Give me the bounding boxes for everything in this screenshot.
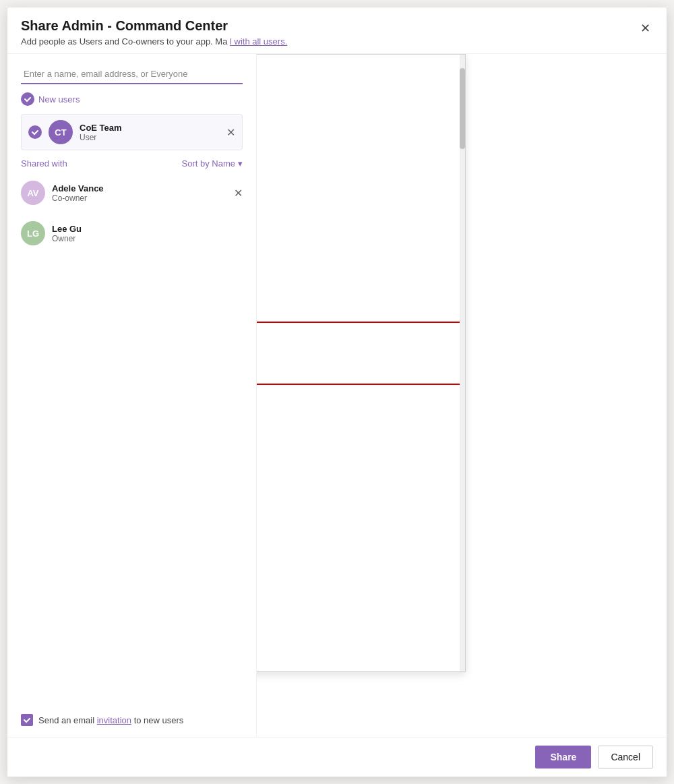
list-item[interactable]: Help Page Consumer bbox=[257, 280, 465, 300]
list-item-tour-author[interactable]: Tour Author bbox=[257, 508, 465, 528]
user-tag-role: User bbox=[80, 133, 220, 142]
list-item-solution-checker[interactable]: Solution Checker bbox=[257, 487, 465, 508]
list-item[interactable]: Flow-CDS Native Connector Role bbox=[257, 199, 465, 219]
list-item-power-platform-admin-sr[interactable]: Power Platform Admin SR bbox=[257, 323, 460, 343]
search-input[interactable] bbox=[21, 65, 243, 84]
user-tag-check-icon bbox=[28, 125, 42, 139]
list-item-basic-user[interactable]: Basic User bbox=[257, 568, 465, 588]
user-tag-avatar: CT bbox=[49, 120, 73, 144]
sort-by-name-button[interactable]: Sort by Name ▾ bbox=[182, 158, 243, 169]
new-users-check-icon bbox=[21, 92, 34, 106]
shared-user-adele-info: Adele Vance Co-owner bbox=[52, 183, 227, 203]
remove-adele-button[interactable]: ✕ bbox=[234, 187, 243, 200]
list-item-support-user[interactable]: Support User bbox=[257, 628, 465, 649]
dropdown-overlay: Desktop Flows Machine User Desktop Flows… bbox=[257, 54, 466, 672]
list-item[interactable]: Desktop Flows Machine User Can Sh... bbox=[257, 78, 465, 98]
right-panel: or change owner. ta used in your app, in… bbox=[257, 54, 667, 737]
list-item-power-platform-user-sr[interactable]: Power Platform User SR bbox=[257, 363, 460, 384]
list-item-system-customizer[interactable]: System Customizer bbox=[257, 649, 465, 669]
list-item[interactable]: Process Advisor Application bbox=[257, 406, 465, 427]
user-tag: CT CoE Team User ✕ bbox=[21, 114, 243, 150]
email-invitation-row: Send an email invitation to new users bbox=[21, 706, 243, 726]
email-invitation-checkbox[interactable] bbox=[21, 714, 33, 726]
list-item-service-writer[interactable]: Service Writer bbox=[257, 467, 465, 487]
shared-user-lee-info: Lee Gu Owner bbox=[52, 224, 243, 243]
shared-user-lee-name: Lee Gu bbox=[52, 224, 243, 234]
avatar-adele: AV bbox=[21, 181, 45, 205]
list-item[interactable]: Office Collaborator bbox=[257, 300, 465, 320]
scrollbar-thumb[interactable] bbox=[460, 68, 465, 149]
list-item[interactable]: EAC App Access bbox=[257, 98, 465, 118]
list-item-power-platform-maker-sr[interactable]: Power Platform Maker SR bbox=[257, 343, 460, 363]
list-item-knowledge-manager[interactable]: Knowledge Manager bbox=[257, 608, 465, 628]
list-item-tour-consumer[interactable]: Tour Consumer bbox=[257, 528, 465, 548]
list-item[interactable]: FileStoreService App Access bbox=[257, 179, 465, 199]
shared-user-lee: LG Lee Gu Owner bbox=[21, 217, 243, 249]
modal: Share Admin - Command Center Add people … bbox=[7, 7, 667, 777]
user-tag-name: CoE Team bbox=[80, 123, 220, 133]
chevron-down-icon: ▾ bbox=[238, 158, 243, 169]
list-item[interactable]: Desktop Flows Machine User bbox=[257, 57, 465, 78]
share-button[interactable]: Share bbox=[535, 746, 591, 768]
avatar-lee: LG bbox=[21, 221, 45, 245]
new-users-label: New users bbox=[38, 94, 80, 104]
list-item[interactable]: Export Customizations (Solution Che... bbox=[257, 158, 465, 179]
email-invitation-link[interactable]: invitation bbox=[97, 715, 131, 725]
left-panel: New users CT CoE Team User ✕ Shared with bbox=[7, 54, 257, 737]
modal-body: New users CT CoE Team User ✕ Shared with bbox=[7, 54, 667, 737]
list-item[interactable]: Environment Maker bbox=[257, 138, 465, 158]
new-users-row: New users bbox=[21, 92, 243, 106]
modal-footer: Share Cancel bbox=[7, 737, 667, 777]
standard-roles-section: Standard roles bbox=[257, 548, 465, 568]
shared-user-lee-role: Owner bbox=[52, 234, 243, 243]
shared-user-adele: AV Adele Vance Co-owner ✕ bbox=[21, 177, 243, 209]
list-item-service-reader[interactable]: Service Reader bbox=[257, 447, 465, 467]
list-item[interactable]: Help Page Author bbox=[257, 260, 465, 280]
modal-title-section: Share Admin - Command Center Add people … bbox=[21, 18, 287, 47]
list-item-delegate[interactable]: Delegate bbox=[257, 588, 465, 608]
user-tag-info: CoE Team User bbox=[80, 123, 220, 142]
modal-header: Share Admin - Command Center Add people … bbox=[7, 7, 667, 54]
modal-title: Share Admin - Command Center bbox=[21, 18, 287, 34]
highlight-group: Power Platform Admin SR Power Platform M… bbox=[257, 322, 461, 385]
list-item[interactable]: Process Advisor User bbox=[257, 427, 465, 447]
list-item[interactable]: EAC Reader App Access bbox=[257, 118, 465, 138]
cancel-button[interactable]: Cancel bbox=[598, 746, 653, 768]
shared-user-adele-name: Adele Vance bbox=[52, 183, 227, 193]
shared-user-adele-role: Co-owner bbox=[52, 193, 227, 203]
modal-subtitle: Add people as Users and Co-owners to you… bbox=[21, 36, 287, 47]
modal-backdrop: Share Admin - Command Center Add people … bbox=[0, 0, 674, 784]
list-item[interactable]: PowerApps Custom Entity User Role bbox=[257, 386, 465, 406]
remove-user-button[interactable]: ✕ bbox=[226, 126, 235, 139]
email-invitation-label: Send an email invitation to new users bbox=[38, 715, 183, 725]
list-item[interactable]: Global Discovery Service Role bbox=[257, 239, 465, 260]
close-button[interactable]: ✕ bbox=[638, 18, 653, 38]
dropdown-scroll[interactable]: Desktop Flows Machine User Desktop Flows… bbox=[257, 55, 465, 671]
list-item[interactable]: Flow-RP Role bbox=[257, 219, 465, 239]
shared-header: Shared with Sort by Name ▾ bbox=[21, 158, 243, 169]
shared-with-label: Shared with bbox=[21, 158, 67, 169]
scrollbar-track bbox=[460, 55, 465, 671]
modal-subtitle-link[interactable]: l with all users. bbox=[230, 36, 287, 47]
